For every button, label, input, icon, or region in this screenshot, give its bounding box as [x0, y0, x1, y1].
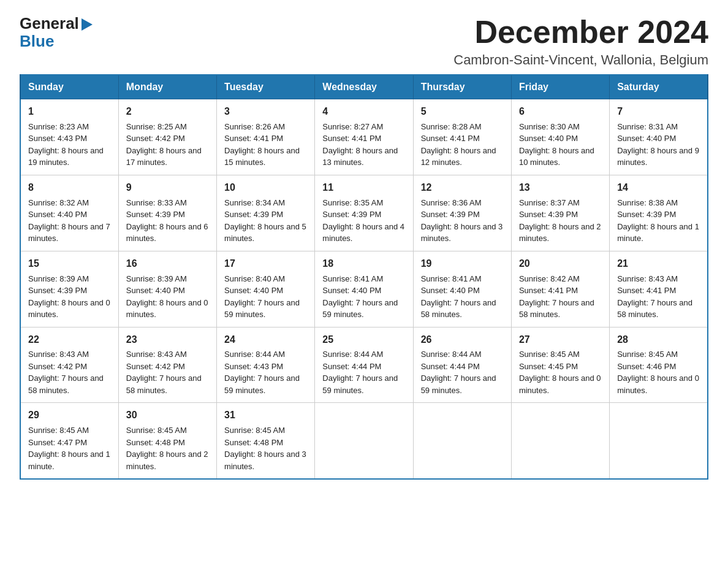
day-number: 30 [126, 408, 210, 423]
day-info: Sunrise: 8:33 AMSunset: 4:39 PMDaylight:… [126, 197, 210, 245]
day-info: Sunrise: 8:26 AMSunset: 4:41 PMDaylight:… [224, 121, 308, 169]
calendar-day-cell: 26Sunrise: 8:44 AMSunset: 4:44 PMDayligh… [413, 327, 511, 403]
calendar-header: SundayMondayTuesdayWednesdayThursdayFrid… [20, 75, 708, 99]
day-info: Sunrise: 8:45 AMSunset: 4:45 PMDaylight:… [519, 348, 603, 396]
logo: General Blue [20, 15, 93, 50]
day-info: Sunrise: 8:23 AMSunset: 4:43 PMDaylight:… [28, 121, 112, 169]
logo-general-text: General [20, 15, 79, 33]
day-info: Sunrise: 8:39 AMSunset: 4:40 PMDaylight:… [126, 273, 210, 321]
calendar-week-row: 29Sunrise: 8:45 AMSunset: 4:47 PMDayligh… [20, 403, 708, 479]
calendar-day-cell: 30Sunrise: 8:45 AMSunset: 4:48 PMDayligh… [118, 403, 216, 479]
calendar-body: 1Sunrise: 8:23 AMSunset: 4:43 PMDaylight… [20, 99, 708, 479]
calendar-day-cell: 7Sunrise: 8:31 AMSunset: 4:40 PMDaylight… [610, 99, 708, 175]
header-row: SundayMondayTuesdayWednesdayThursdayFrid… [20, 75, 708, 99]
calendar-day-cell: 21Sunrise: 8:43 AMSunset: 4:41 PMDayligh… [610, 251, 708, 327]
day-number: 11 [322, 180, 406, 196]
calendar-day-cell: 24Sunrise: 8:44 AMSunset: 4:43 PMDayligh… [217, 327, 315, 403]
day-info: Sunrise: 8:45 AMSunset: 4:48 PMDaylight:… [126, 424, 210, 472]
day-number: 10 [224, 180, 308, 196]
day-info: Sunrise: 8:30 AMSunset: 4:40 PMDaylight:… [519, 121, 603, 169]
month-title: December 2024 [453, 15, 708, 50]
calendar-day-cell: 17Sunrise: 8:40 AMSunset: 4:40 PMDayligh… [217, 251, 315, 327]
day-info: Sunrise: 8:35 AMSunset: 4:39 PMDaylight:… [322, 197, 406, 245]
day-number: 17 [224, 256, 308, 272]
calendar-day-cell: 18Sunrise: 8:41 AMSunset: 4:40 PMDayligh… [315, 251, 413, 327]
calendar-week-row: 1Sunrise: 8:23 AMSunset: 4:43 PMDaylight… [20, 99, 708, 175]
calendar-day-cell: 29Sunrise: 8:45 AMSunset: 4:47 PMDayligh… [20, 403, 118, 479]
calendar-day-cell [511, 403, 609, 479]
day-number: 29 [28, 408, 112, 423]
day-of-week-header: Thursday [413, 75, 511, 99]
calendar-day-cell: 6Sunrise: 8:30 AMSunset: 4:40 PMDaylight… [511, 99, 609, 175]
calendar-table: SundayMondayTuesdayWednesdayThursdayFrid… [20, 74, 708, 480]
logo-triangle-icon [82, 18, 93, 31]
day-number: 12 [421, 180, 505, 196]
day-of-week-header: Friday [511, 75, 609, 99]
day-number: 9 [126, 180, 210, 196]
calendar-day-cell: 23Sunrise: 8:43 AMSunset: 4:42 PMDayligh… [118, 327, 216, 403]
calendar-day-cell: 14Sunrise: 8:38 AMSunset: 4:39 PMDayligh… [610, 175, 708, 251]
day-info: Sunrise: 8:39 AMSunset: 4:39 PMDaylight:… [28, 273, 112, 321]
day-number: 14 [617, 180, 701, 196]
day-number: 26 [421, 332, 505, 348]
day-number: 18 [322, 256, 406, 272]
day-info: Sunrise: 8:44 AMSunset: 4:44 PMDaylight:… [322, 348, 406, 396]
day-number: 22 [28, 332, 112, 348]
calendar-week-row: 15Sunrise: 8:39 AMSunset: 4:39 PMDayligh… [20, 251, 708, 327]
day-number: 1 [28, 104, 112, 120]
day-info: Sunrise: 8:44 AMSunset: 4:44 PMDaylight:… [421, 348, 505, 396]
day-info: Sunrise: 8:41 AMSunset: 4:40 PMDaylight:… [322, 273, 406, 321]
calendar-day-cell: 13Sunrise: 8:37 AMSunset: 4:39 PMDayligh… [511, 175, 609, 251]
calendar-week-row: 8Sunrise: 8:32 AMSunset: 4:40 PMDaylight… [20, 175, 708, 251]
day-number: 2 [126, 104, 210, 120]
day-of-week-header: Saturday [610, 75, 708, 99]
day-number: 19 [421, 256, 505, 272]
logo-blue-text: Blue [20, 33, 93, 50]
header: General Blue December 2024 Cambron-Saint… [20, 15, 708, 68]
day-info: Sunrise: 8:40 AMSunset: 4:40 PMDaylight:… [224, 273, 308, 321]
day-of-week-header: Tuesday [217, 75, 315, 99]
day-number: 5 [421, 104, 505, 120]
calendar-day-cell: 16Sunrise: 8:39 AMSunset: 4:40 PMDayligh… [118, 251, 216, 327]
day-number: 3 [224, 104, 308, 120]
day-info: Sunrise: 8:36 AMSunset: 4:39 PMDaylight:… [421, 197, 505, 245]
day-info: Sunrise: 8:43 AMSunset: 4:42 PMDaylight:… [28, 348, 112, 396]
calendar-day-cell: 12Sunrise: 8:36 AMSunset: 4:39 PMDayligh… [413, 175, 511, 251]
day-number: 21 [617, 256, 701, 272]
calendar-day-cell: 5Sunrise: 8:28 AMSunset: 4:41 PMDaylight… [413, 99, 511, 175]
calendar-day-cell: 9Sunrise: 8:33 AMSunset: 4:39 PMDaylight… [118, 175, 216, 251]
day-info: Sunrise: 8:28 AMSunset: 4:41 PMDaylight:… [421, 121, 505, 169]
title-block: December 2024 Cambron-Saint-Vincent, Wal… [453, 15, 708, 68]
day-info: Sunrise: 8:42 AMSunset: 4:41 PMDaylight:… [519, 273, 603, 321]
calendar-day-cell: 25Sunrise: 8:44 AMSunset: 4:44 PMDayligh… [315, 327, 413, 403]
calendar-day-cell: 2Sunrise: 8:25 AMSunset: 4:42 PMDaylight… [118, 99, 216, 175]
day-number: 16 [126, 256, 210, 272]
calendar-day-cell: 10Sunrise: 8:34 AMSunset: 4:39 PMDayligh… [217, 175, 315, 251]
location-title: Cambron-Saint-Vincent, Wallonia, Belgium [453, 52, 708, 68]
day-info: Sunrise: 8:45 AMSunset: 4:46 PMDaylight:… [617, 348, 701, 396]
day-number: 13 [519, 180, 603, 196]
calendar-day-cell: 8Sunrise: 8:32 AMSunset: 4:40 PMDaylight… [20, 175, 118, 251]
day-info: Sunrise: 8:25 AMSunset: 4:42 PMDaylight:… [126, 121, 210, 169]
day-info: Sunrise: 8:45 AMSunset: 4:48 PMDaylight:… [224, 424, 308, 472]
day-number: 23 [126, 332, 210, 348]
day-of-week-header: Monday [118, 75, 216, 99]
day-info: Sunrise: 8:44 AMSunset: 4:43 PMDaylight:… [224, 348, 308, 396]
calendar-week-row: 22Sunrise: 8:43 AMSunset: 4:42 PMDayligh… [20, 327, 708, 403]
day-number: 25 [322, 332, 406, 348]
calendar-day-cell: 1Sunrise: 8:23 AMSunset: 4:43 PMDaylight… [20, 99, 118, 175]
calendar-day-cell [315, 403, 413, 479]
calendar-day-cell: 22Sunrise: 8:43 AMSunset: 4:42 PMDayligh… [20, 327, 118, 403]
day-info: Sunrise: 8:41 AMSunset: 4:40 PMDaylight:… [421, 273, 505, 321]
day-info: Sunrise: 8:27 AMSunset: 4:41 PMDaylight:… [322, 121, 406, 169]
calendar-day-cell [610, 403, 708, 479]
day-number: 20 [519, 256, 603, 272]
day-number: 6 [519, 104, 603, 120]
calendar-day-cell [413, 403, 511, 479]
day-info: Sunrise: 8:34 AMSunset: 4:39 PMDaylight:… [224, 197, 308, 245]
day-info: Sunrise: 8:43 AMSunset: 4:42 PMDaylight:… [126, 348, 210, 396]
day-info: Sunrise: 8:43 AMSunset: 4:41 PMDaylight:… [617, 273, 701, 321]
day-of-week-header: Sunday [20, 75, 118, 99]
calendar-day-cell: 4Sunrise: 8:27 AMSunset: 4:41 PMDaylight… [315, 99, 413, 175]
day-number: 15 [28, 256, 112, 272]
